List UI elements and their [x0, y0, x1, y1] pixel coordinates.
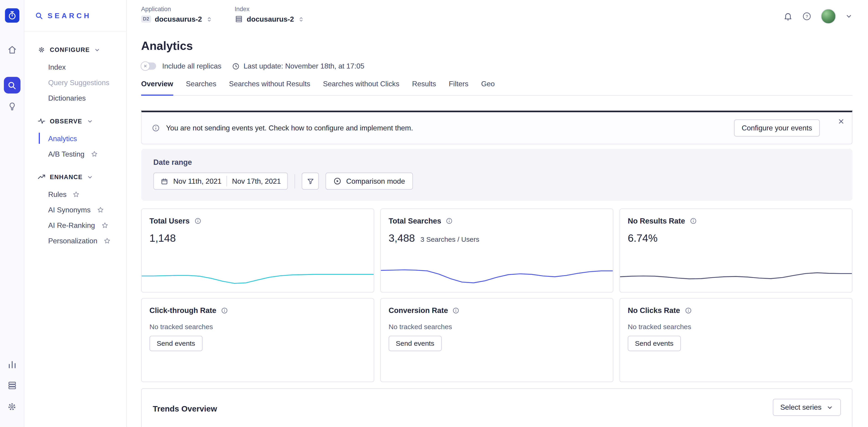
application-badge: D2: [141, 15, 151, 23]
sort-arrows-icon: [206, 16, 212, 22]
main-content: Application D2 docusaurus-2 Index docusa…: [127, 0, 868, 427]
tab-geo[interactable]: Geo: [481, 80, 495, 95]
comparison-mode-button[interactable]: Comparison mode: [326, 172, 413, 190]
account-chevron-down-icon[interactable]: [845, 13, 852, 20]
metric-title: No Clicks Rate: [628, 306, 680, 315]
info-icon[interactable]: [194, 217, 202, 225]
last-update-text: Last update: November 18th, at 17:05: [244, 62, 364, 70]
date-range-picker[interactable]: Nov 11th, 2021 Nov 17th, 2021: [153, 172, 288, 190]
sidebar-item-rules[interactable]: Rules: [38, 187, 121, 202]
settings-icon[interactable]: [4, 398, 20, 415]
tracked-metrics-row: Click-through Rate No tracked searches S…: [141, 298, 852, 382]
sidebar-item-label: AI Re-Ranking: [48, 221, 95, 229]
recommend-icon[interactable]: [4, 98, 20, 114]
date-range-label: Date range: [153, 158, 840, 166]
sidebar-item-label: A/B Testing: [48, 150, 84, 158]
tab-searches[interactable]: Searches: [186, 80, 216, 95]
controls-divider: [295, 174, 295, 188]
metric-title: Conversion Rate: [389, 306, 448, 315]
nav-section-enhance: ENHANCE Rules AI Synonyms AI Re-Ranking …: [38, 173, 121, 248]
notifications-bell-icon[interactable]: [783, 11, 793, 21]
page-title: Analytics: [141, 39, 852, 53]
send-events-button[interactable]: Send events: [628, 336, 681, 351]
metric-value: 6.74%: [628, 232, 657, 244]
sidebar-item-label: AI Synonyms: [48, 205, 90, 214]
sidebar-item-personalization[interactable]: Personalization: [38, 233, 121, 248]
user-avatar[interactable]: [821, 9, 836, 24]
sidebar: SEARCH CONFIGURE Index Query Suggestions…: [24, 0, 127, 427]
info-icon[interactable]: [445, 217, 453, 225]
sidebar-item-index[interactable]: Index: [38, 59, 121, 75]
metric-subtitle: 3 Searches / Users: [421, 236, 479, 243]
info-icon[interactable]: [689, 217, 697, 225]
index-selector-group: Index docusaurus-2: [235, 5, 305, 23]
data-sources-icon[interactable]: [4, 377, 20, 394]
tab-filters[interactable]: Filters: [449, 80, 468, 95]
include-replicas-toggle[interactable]: [141, 63, 156, 70]
metric-title: Total Searches: [389, 217, 441, 225]
index-selector[interactable]: docusaurus-2: [235, 15, 305, 23]
star-icon[interactable]: [103, 237, 111, 244]
include-replicas-label: Include all replicas: [162, 62, 221, 70]
sidebar-item-ai-reranking[interactable]: AI Re-Ranking: [38, 217, 121, 233]
metric-card-no-clicks-rate: No Clicks Rate No tracked searches Send …: [619, 298, 852, 382]
star-icon[interactable]: [90, 150, 98, 158]
date-range-panel: Date range Nov 11th, 2021 Nov 17th, 2021…: [141, 149, 852, 201]
trends-overview-panel: Trends Overview Select series: [141, 388, 852, 427]
chevron-down-icon: [94, 47, 100, 53]
metric-card-click-through-rate: Click-through Rate No tracked searches S…: [141, 298, 374, 382]
close-icon[interactable]: [837, 118, 845, 125]
tab-overview[interactable]: Overview: [141, 80, 174, 95]
section-header-enhance[interactable]: ENHANCE: [38, 173, 121, 181]
sidebar-item-ai-synonyms[interactable]: AI Synonyms: [38, 202, 121, 217]
info-icon[interactable]: [453, 307, 460, 314]
algolia-logo[interactable]: [5, 8, 19, 23]
sidebar-item-analytics[interactable]: Analytics: [38, 130, 121, 146]
application-label: Application: [141, 5, 213, 12]
search-icon: [35, 11, 43, 20]
sidebar-item-label: Personalization: [48, 236, 97, 245]
meta-row: Include all replicas Last update: Novemb…: [141, 62, 852, 70]
section-header-observe[interactable]: OBSERVE: [38, 117, 121, 125]
date-range-controls: Nov 11th, 2021 Nov 17th, 2021 Comparison…: [153, 172, 840, 190]
info-icon[interactable]: [685, 307, 692, 314]
filter-button[interactable]: [302, 172, 319, 190]
nav-section-observe: OBSERVE Analytics A/B Testing: [38, 117, 121, 161]
svg-text:?: ?: [806, 14, 808, 19]
star-icon[interactable]: [97, 206, 104, 213]
section-header-configure[interactable]: CONFIGURE: [38, 46, 121, 54]
tab-searches-without-results[interactable]: Searches without Results: [229, 80, 310, 95]
sidebar-item-ab-testing[interactable]: A/B Testing: [38, 146, 121, 161]
metric-value: 3,488: [389, 232, 415, 244]
no-tracked-searches-note: No tracked searches: [389, 323, 605, 331]
metric-title: No Results Rate: [628, 217, 685, 225]
send-events-button[interactable]: Send events: [150, 336, 202, 351]
home-icon[interactable]: [4, 41, 20, 58]
help-icon[interactable]: ?: [802, 11, 811, 21]
sidebar-item-dictionaries[interactable]: Dictionaries: [38, 90, 121, 106]
send-events-button[interactable]: Send events: [389, 336, 441, 351]
comparison-mode-icon: [334, 177, 342, 185]
info-icon[interactable]: [221, 307, 228, 314]
application-selector[interactable]: D2 docusaurus-2: [141, 15, 213, 23]
sidebar-item-query-suggestions[interactable]: Query Suggestions: [38, 75, 121, 90]
index-value: docusaurus-2: [247, 15, 294, 23]
trending-up-icon: [38, 173, 45, 181]
app-window: SEARCH CONFIGURE Index Query Suggestions…: [0, 0, 868, 427]
total-users-sparkline: [142, 261, 374, 290]
sidebar-item-label: Analytics: [48, 134, 77, 142]
tab-results[interactable]: Results: [412, 80, 436, 95]
tab-searches-without-clicks[interactable]: Searches without Clicks: [323, 80, 399, 95]
top-right-actions: ?: [783, 5, 852, 24]
application-value: docusaurus-2: [155, 15, 202, 23]
star-icon[interactable]: [73, 191, 80, 198]
metric-title: Click-through Rate: [150, 306, 216, 315]
search-product-icon[interactable]: [4, 77, 20, 94]
configure-events-button[interactable]: Configure your events: [734, 120, 820, 137]
sidebar-nav: CONFIGURE Index Query Suggestions Dictio…: [24, 31, 126, 260]
monitoring-icon[interactable]: [4, 356, 20, 373]
star-icon[interactable]: [101, 222, 108, 229]
metric-card-total-users: Total Users 1,148: [141, 208, 374, 293]
select-series-dropdown[interactable]: Select series: [773, 399, 841, 416]
total-searches-sparkline: [381, 261, 613, 290]
